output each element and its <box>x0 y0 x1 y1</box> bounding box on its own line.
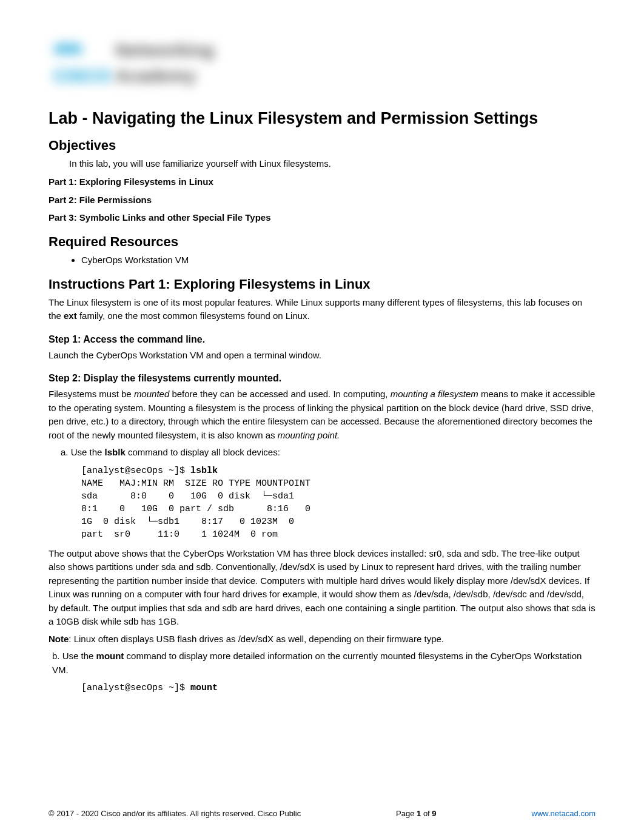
mounting-point-italic: mounting point. <box>278 430 340 440</box>
objectives-part-1: Part 1: Exploring Filesystems in Linux <box>49 175 595 189</box>
mounting-fs-italic: mounting a filesystem <box>391 389 478 399</box>
text: Page <box>396 809 417 818</box>
step2-heading: Step 2: Display the filesystems currentl… <box>49 373 595 384</box>
instructions-intro: The Linux filesystem is one of its most … <box>49 296 595 323</box>
text: command to display more detailed informa… <box>52 651 582 675</box>
text: Filesystems must be <box>49 389 134 399</box>
step1-heading: Step 1: Access the command line. <box>49 334 595 345</box>
text: family, one the most common filesystems … <box>77 310 310 321</box>
objectives-part-2: Part 2: File Permissions <box>49 193 595 207</box>
text: of <box>421 809 432 818</box>
text: a. Use the <box>61 447 105 457</box>
text: before they can be accessed and used. In… <box>169 389 390 399</box>
footer-page: Page 1 of 9 <box>396 809 437 818</box>
code-block-lsblk: [analyst@secOps ~]$ lsblk NAME MAJ:MIN R… <box>81 464 595 541</box>
page-total: 9 <box>432 809 436 818</box>
step2-b: b. Use the mount command to display more… <box>52 649 595 677</box>
lsblk-bold: lsblk <box>105 447 126 457</box>
page-footer: © 2017 - 2020 Cisco and/or its affiliate… <box>49 809 595 818</box>
step1-body: Launch the CyberOps Workstation VM and o… <box>49 349 595 363</box>
objectives-part-3: Part 3: Symbolic Links and other Special… <box>49 211 595 224</box>
step2-note: Note: Linux often displays USB flash dri… <box>49 632 595 646</box>
objectives-heading: Objectives <box>49 138 595 153</box>
note-body: : Linux often displays USB flash drives … <box>69 634 444 644</box>
objectives-intro: In this lab, you will use familiarize yo… <box>69 157 595 170</box>
code-block-mount: [analyst@secOps ~]$ mount <box>81 682 595 694</box>
ext-bold: ext <box>64 310 77 321</box>
cisco-bars-icon: ıılıılıı <box>53 39 81 58</box>
page-title: Lab - Navigating the Linux Filesystem an… <box>49 109 595 128</box>
mounted-italic: mounted <box>134 389 169 399</box>
step2-a: a. Use the lsblk command to display all … <box>61 446 595 460</box>
footer-copyright: © 2017 - 2020 Cisco and/or its affiliate… <box>49 809 301 818</box>
mount-bold: mount <box>96 651 124 661</box>
logo-cisco: CISCO <box>53 65 111 86</box>
prompt: [analyst@secOps ~]$ <box>81 683 190 693</box>
command-lsblk: lsblk <box>190 466 218 476</box>
note-label: Note <box>49 634 69 644</box>
resources-heading: Required Resources <box>49 234 595 250</box>
step2-intro: Filesystems must be mounted before they … <box>49 387 595 442</box>
logo-blurred: ıılıılıı Networking CISCO Academy <box>49 36 230 97</box>
instructions-heading: Instructions Part 1: Exploring Filesyste… <box>49 277 595 292</box>
prompt: [analyst@secOps ~]$ <box>81 466 190 476</box>
list-item: CyberOps Workstation VM <box>81 253 595 267</box>
resources-list: CyberOps Workstation VM <box>81 253 595 267</box>
logo-academy: Academy <box>115 65 196 86</box>
text: b. Use the <box>52 651 96 661</box>
text: command to display all block devices: <box>126 447 280 457</box>
step2-a-explain: The output above shows that the CyberOps… <box>49 547 595 629</box>
code-output: NAME MAJ:MIN RM SIZE RO TYPE MOUNTPOINT … <box>81 478 332 540</box>
logo-networking: Networking <box>115 40 214 61</box>
footer-link[interactable]: www.netacad.com <box>532 809 596 818</box>
command-mount: mount <box>190 683 218 693</box>
